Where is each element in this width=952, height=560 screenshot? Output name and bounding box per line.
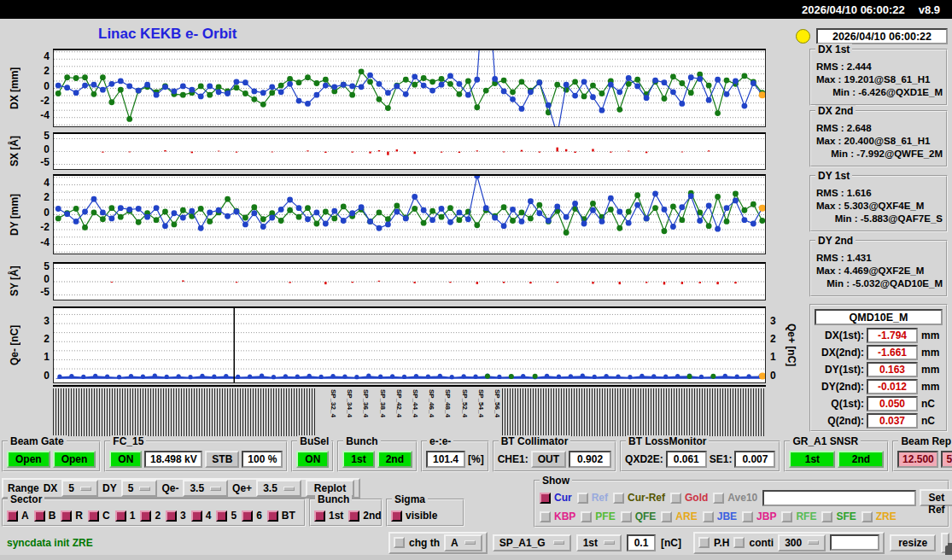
dy-ytick: -4 xyxy=(29,236,50,248)
monitor-row-label: DY(2nd): xyxy=(815,381,864,393)
bunch-1st-button[interactable]: 1st xyxy=(342,451,374,468)
checkbox[interactable] xyxy=(88,510,99,522)
checkbox[interactable] xyxy=(821,511,832,522)
group-beam-gate: Beam Gate Open Open xyxy=(2,440,101,472)
beam-gate-open-2-button[interactable]: Open xyxy=(53,451,96,468)
checkbox[interactable] xyxy=(742,511,753,522)
monitor-row-value: -1.794 xyxy=(867,328,918,343)
dy1-max: 5.303@QXF4E_M xyxy=(844,201,925,211)
checkbox[interactable] xyxy=(115,510,126,522)
snsr-2nd-button[interactable]: 2nd xyxy=(838,451,884,468)
checkbox[interactable] xyxy=(613,493,624,504)
chg-th-select[interactable]: A xyxy=(444,534,482,551)
monitor-row-unit: mm xyxy=(921,381,939,393)
checkbox[interactable] xyxy=(191,510,202,522)
checkbox-label: JBE xyxy=(717,510,737,522)
checkbox[interactable] xyxy=(861,511,873,522)
set-ref-button[interactable]: Set Ref xyxy=(920,489,952,506)
monitor-row: Q(2nd): 0.037 nC xyxy=(815,412,943,429)
bunch-2nd-button[interactable]: 2nd xyxy=(377,451,412,468)
sector-4: 4 xyxy=(191,510,212,522)
bunch-select[interactable]: 1st xyxy=(576,534,622,551)
bpm-x-label: SP_42_4 xyxy=(395,389,403,417)
qe-plot xyxy=(53,306,766,383)
range-qe-minus-select[interactable]: 3.5 xyxy=(183,480,228,497)
resize-button[interactable]: resize xyxy=(890,534,936,551)
ph-checkbox[interactable] xyxy=(698,537,710,548)
bpm-x-label: SP_38_4 xyxy=(379,389,387,417)
checkbox[interactable] xyxy=(140,510,151,522)
page-title: Linac KEKB e- Orbit xyxy=(98,26,237,43)
group-sigma: Sigma visible xyxy=(386,499,464,527)
sector-c: C xyxy=(88,510,110,522)
checkbox[interactable] xyxy=(267,510,278,522)
checkbox[interactable] xyxy=(661,511,672,522)
checkbox[interactable] xyxy=(314,510,325,522)
checkbox[interactable] xyxy=(242,510,253,522)
status-lamp xyxy=(796,29,810,44)
sx-ytick: 5 xyxy=(29,130,50,142)
snsr-1st-button[interactable]: 1st xyxy=(789,451,835,468)
dy1-min: -5.883@QAF7E_S xyxy=(861,213,943,224)
checkbox[interactable] xyxy=(621,511,632,522)
checkbox[interactable] xyxy=(540,493,551,504)
stat-box-dy-1st: DY 1st RMS : 1.616 Max : 5.303@QXF4E_M M… xyxy=(809,175,948,232)
sy-ytick: 5 xyxy=(29,260,50,272)
sector-3: 3 xyxy=(166,510,186,522)
checkbox[interactable] xyxy=(166,510,177,522)
group-busel: BuSel ON xyxy=(291,440,334,472)
checkbox[interactable] xyxy=(581,511,592,522)
stat-box-dx-2nd: DX 2nd RMS : 2.648 Max : 20.400@S8_61_H1… xyxy=(809,110,948,167)
checkbox[interactable] xyxy=(348,510,359,522)
sp-monitor-select[interactable]: SP_A1_G xyxy=(493,534,571,551)
checkbox[interactable] xyxy=(670,493,681,504)
threshold-field[interactable]: 0.1 xyxy=(627,534,656,551)
checkbox[interactable] xyxy=(61,510,72,522)
checkbox[interactable] xyxy=(7,510,18,522)
conti-interval-select[interactable]: 300 xyxy=(778,534,826,551)
checkbox[interactable] xyxy=(540,511,551,522)
checkbox-label: R xyxy=(75,510,83,522)
checkbox[interactable] xyxy=(34,510,45,522)
ee-ratio-field: 101.4 xyxy=(426,451,465,468)
checkbox-label: Gold xyxy=(685,492,708,504)
bpm-label-cluster-left xyxy=(53,388,317,436)
fc15-stb-button[interactable]: STB xyxy=(205,451,239,468)
dy-ytick: 0 xyxy=(29,207,50,219)
checkbox-label: 2 xyxy=(155,510,161,522)
checkbox[interactable] xyxy=(391,510,402,522)
sector-bt: BT xyxy=(267,510,295,522)
checkbox[interactable] xyxy=(216,510,227,522)
che1-out-button[interactable]: OUT xyxy=(531,451,566,468)
monitor-row-unit: mm xyxy=(921,347,939,359)
range-dy-select[interactable]: 5 xyxy=(121,480,158,497)
monitor-row-value: 0.037 xyxy=(867,413,918,429)
range-dx-select[interactable]: 5 xyxy=(61,480,98,497)
checkbox[interactable] xyxy=(713,493,724,504)
fc15-percent-field: 100 % xyxy=(242,451,283,468)
option-menu-indicator xyxy=(80,487,91,491)
conti-checkbox[interactable] xyxy=(733,537,745,548)
chg-th-checkbox[interactable] xyxy=(394,537,405,548)
bunch-2nd: 2nd xyxy=(348,510,381,522)
monitor-row-label: DX(2nd): xyxy=(815,347,864,359)
fc15-on-button[interactable]: ON xyxy=(109,451,142,468)
busel-on-button[interactable]: ON xyxy=(296,451,329,468)
checkbox-label: BT xyxy=(282,510,295,522)
screenshot-button[interactable] xyxy=(941,533,949,553)
extra-input[interactable] xyxy=(830,534,879,551)
group-fc15: FC_15 ON 18.498 kV STB 100 % xyxy=(104,440,288,472)
range-qe-plus-select[interactable]: 3.5 xyxy=(256,480,301,497)
window-bottom-edge xyxy=(0,555,952,560)
checkbox-label: 1 xyxy=(130,510,136,522)
checkbox[interactable] xyxy=(781,511,792,522)
ref-name-input[interactable] xyxy=(762,490,916,506)
monitor-row-value: 0.050 xyxy=(867,396,918,411)
ph-conti-panel: P.H conti 300 xyxy=(693,532,885,554)
show-zre: ZRE xyxy=(861,510,897,522)
beam-gate-open-1-button[interactable]: Open xyxy=(7,451,50,468)
checkbox[interactable] xyxy=(703,511,714,522)
checkbox[interactable] xyxy=(577,493,588,504)
show-rfe: RFE xyxy=(781,510,816,522)
group-gr-a1-snsr: GR_A1 SNSR 1st 2nd xyxy=(784,440,889,472)
